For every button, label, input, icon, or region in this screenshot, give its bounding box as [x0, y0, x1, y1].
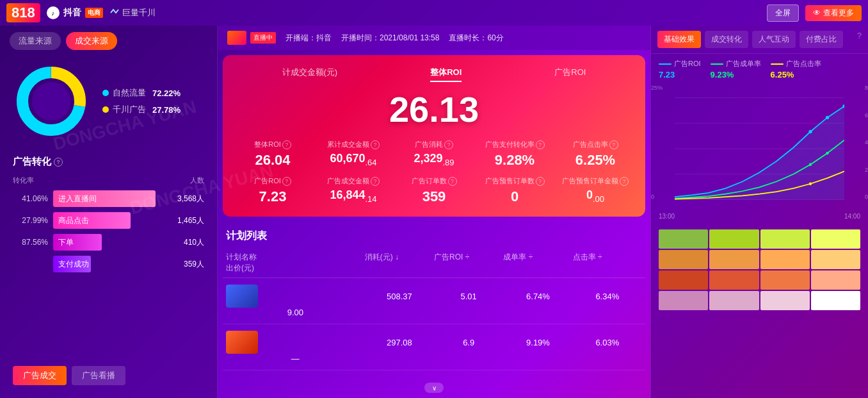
col-click-rate: 点击率 ÷ — [573, 252, 642, 263]
roi-tab-overall[interactable]: 整体ROI — [430, 67, 462, 82]
metric-ad-gmv: 广告成交金额 ? 16,844.14 — [316, 176, 390, 205]
palette-cell — [659, 229, 708, 249]
plan-list-title: 计划列表 — [223, 222, 645, 248]
plan-roi-0: 5.01 — [434, 292, 503, 301]
plan-thumb-1 — [226, 331, 258, 354]
funnel-rate-0: 41.06% — [13, 194, 48, 203]
tab-engagement[interactable]: 人气互动 — [752, 31, 796, 48]
funnel-bar-2: 下单 — [53, 234, 102, 251]
palette-cell — [760, 250, 810, 269]
ad-label: 千川广告 — [113, 104, 146, 115]
palette-cell — [760, 270, 810, 290]
palette-cell — [811, 229, 860, 249]
chart-time-labels: 13:00 14:00 — [651, 213, 868, 220]
roi-main-value: 26.13 — [236, 88, 632, 130]
metric-overall-roi-value: 26.04 — [236, 152, 310, 169]
tab-conversion-source[interactable]: 成交来源 — [66, 32, 117, 50]
metric-info-icon: ? — [282, 140, 291, 149]
plan-row-0[interactable]: 508.37 5.01 6.74% 6.34% 9.00 — [223, 278, 645, 324]
metric-ad-roi: 广告ROI ? 7.23 — [236, 176, 310, 205]
plan-list: 计划列表 计划名称 消耗(元) ↓ 广告ROI ÷ 成单率 ÷ 点击率 ÷ 出价… — [218, 222, 650, 370]
scroll-indicator[interactable] — [424, 383, 444, 393]
legend-val-roi: 7.23 — [659, 70, 701, 79]
y-axis-right: 8 6 4 2 0 — [855, 85, 868, 200]
fullscreen-button[interactable]: 全屏 — [767, 4, 799, 22]
ad-conversion: 广告转化 ? 转化率 人数 41.06% 进入直播间 3,568人 27.99% — [0, 146, 217, 287]
funnel-count-1: 1,465人 — [166, 215, 204, 226]
funnel-row-1: 27.99% 商品点击 1,465人 — [13, 212, 204, 229]
col-plan-name: 计划名称 — [226, 252, 365, 263]
chart-info-icon: ? — [857, 31, 862, 48]
palette-cell — [709, 250, 759, 269]
svg-point-12 — [809, 163, 812, 166]
plan-order-rate-0: 6.74% — [503, 292, 572, 301]
metric-ad-spend: 广告消耗 ? 2,329.89 — [397, 140, 471, 169]
legend-val-ctr: 6.25% — [771, 70, 821, 79]
tab-conversion[interactable]: 成交转化 — [705, 31, 748, 48]
metric-ad-ctr-value: 6.25% — [558, 152, 632, 169]
metric-ad-cvr: 广告支付转化率 ? 9.28% — [478, 140, 552, 169]
roi-tab-amount[interactable]: 计成交金额(元) — [282, 67, 338, 82]
tab-paid-ratio[interactable]: 付费占比 — [800, 31, 843, 48]
metric-info-icon-7: ? — [371, 177, 380, 186]
palette-cell — [709, 291, 759, 310]
palette-cell — [709, 229, 759, 249]
funnel-row-0: 41.06% 进入直播间 3,568人 — [13, 190, 204, 207]
qianchuan-logo: 巨量千川 — [109, 7, 156, 19]
metric-ad-presale-amount: 广告预售订单金额 ? 0.00 — [558, 176, 632, 205]
chart-legend: 广告ROI 7.23 广告成单率 9.23% 广告点击率 6.25% — [651, 54, 868, 85]
metric-ad-orders: 广告订单数 ? 359 — [397, 176, 471, 205]
svg-point-10 — [826, 116, 829, 119]
plan-row-1[interactable]: 297.08 6.9 9.19% 6.03% — — [223, 324, 645, 370]
metric-ad-presale-orders: 广告预售订单数 ? 0 — [478, 176, 552, 205]
funnel-rate-2: 87.56% — [13, 238, 48, 247]
legend-label-roi: 广告ROI — [659, 59, 701, 69]
tab-basic-effect[interactable]: 基础效果 — [657, 31, 701, 48]
tab-ad-broadcast[interactable]: 广告看播 — [72, 366, 125, 385]
metric-info-icon-9: ? — [536, 177, 545, 186]
funnel-bar-1: 商品点击 — [53, 212, 131, 229]
plan-order-rate-1: 9.19% — [503, 338, 572, 347]
svg-point-13 — [826, 152, 828, 154]
view-more-button[interactable]: 👁 查看更多 — [805, 5, 862, 21]
funnel-count-3: 359人 — [166, 259, 204, 270]
natural-label: 自然流量 — [113, 87, 146, 99]
legend-item-roi: 广告ROI 7.23 — [659, 59, 701, 79]
roi-tab-ad[interactable]: 广告ROI — [554, 67, 586, 82]
roi-card-header: 计成交金额(元) 整体ROI 广告ROI — [236, 67, 632, 82]
platform-name: 抖音 — [63, 7, 81, 19]
funnel-rate-1: 27.99% — [13, 216, 48, 225]
metric-ad-spend-value: 2,329.89 — [397, 152, 471, 167]
metric-ad-presale-orders-value: 0 — [478, 188, 552, 205]
stream-name-box: 直播中 — [227, 31, 276, 45]
donut-chart — [13, 63, 90, 140]
plan-name-cell-1 — [226, 331, 365, 354]
tab-traffic-source[interactable]: 流量来源 — [10, 32, 61, 50]
tab-ad-conversion[interactable]: 广告成交 — [13, 366, 67, 385]
funnel-bar-container-0: 进入直播间 — [53, 190, 161, 207]
funnel-row-3: 支付成功 359人 — [13, 256, 204, 272]
ad-value: 27.78% — [152, 105, 181, 115]
center-panel: 直播中 开播端：抖音 开播时间：2021/08/01 13:58 直播时长：60… — [218, 26, 650, 398]
stream-duration: 直播时长：60分 — [449, 33, 503, 44]
funnel-bar-3: 支付成功 — [53, 256, 91, 272]
plan-roi-1: 6.9 — [434, 338, 503, 347]
funnel-count-2: 410人 — [166, 237, 204, 248]
metric-overall-roi: 整体ROI ? 26.04 — [236, 140, 310, 169]
right-panel: 基础效果 成交转化 人气互动 付费占比 ? 广告ROI 7.23 广告成单率 9… — [650, 26, 868, 398]
metric-ad-presale-amount-value: 0.00 — [558, 188, 632, 204]
left-panel: 流量来源 成交来源 自然流量 72.22% — [0, 26, 218, 398]
legend-natural: 自然流量 72.22% — [102, 87, 181, 99]
live-badge: 直播中 — [250, 32, 276, 44]
roi-metrics-row2: 广告ROI ? 7.23 广告成交金额 ? 16,844.14 广告订单数 ? — [236, 176, 632, 205]
plan-click-rate-1: 6.03% — [573, 338, 642, 347]
stream-thumbnail — [227, 31, 246, 45]
natural-dot — [102, 90, 109, 96]
info-icon: ? — [54, 158, 63, 167]
platform-logo: ♪ 抖音 电商 — [47, 6, 103, 19]
natural-value: 72.22% — [152, 88, 181, 98]
qianchuan-name: 巨量千川 — [122, 7, 156, 19]
conversion-header: 转化率 人数 — [13, 176, 204, 185]
eye-icon: 👁 — [813, 8, 821, 17]
palette-cell — [760, 229, 810, 249]
